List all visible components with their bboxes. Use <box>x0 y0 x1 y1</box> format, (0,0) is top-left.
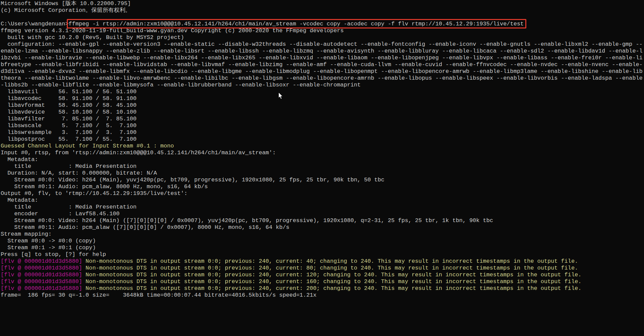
terminal-line: libavformat 58. 45.100 / 58. 45.100 <box>1 102 644 109</box>
terminal-line: built with gcc 10.2.0 (Rev5, Built by MS… <box>1 34 644 41</box>
terminal-text: enable-lzma --enable-libsnappy --enable-… <box>1 48 643 54</box>
terminal-line: C:\Users\wangdenuan>ffmpeg -i rtsp://adm… <box>1 21 644 27</box>
terminal-line: Stream #0:0 -> #0:0 (copy) <box>1 238 644 244</box>
terminal-text: Press [q] to stop, [?] for help <box>1 251 106 258</box>
terminal-text: Stream #0:0: Video: h264 (Main) ([7][0][… <box>1 217 493 224</box>
terminal-text: libavcodec 58. 91.100 / 58. 91.100 <box>1 95 137 102</box>
warning-text: Non-monotonous DTS in output stream 0:0;… <box>82 285 581 292</box>
terminal-line: frame= 186 fps= 30 q=-1.0 size= 3648kB t… <box>1 292 644 299</box>
terminal-line: -libbs2b --enable-libflite --enable-libm… <box>1 82 644 88</box>
terminal-line: Microsoft Windows [版本 10.0.22000.795] <box>1 0 644 7</box>
log-module-tag: [flv @ 000001d01d3d5880] <box>1 265 82 271</box>
terminal-line: configuration: --enable-gpl --enable-ver… <box>1 41 644 48</box>
terminal-text: (c) Microsoft Corporation。保留所有权利。 <box>1 7 131 14</box>
terminal-output: Microsoft Windows [版本 10.0.22000.795](c)… <box>1 0 644 299</box>
terminal-text: theora --enable-libtwolame --enable-libv… <box>1 75 643 81</box>
terminal-line: Metadata: <box>1 156 644 163</box>
terminal-line: libswscale 5. 7.100 / 5. 7.100 <box>1 122 644 129</box>
terminal-text: libswresample 3. 7.100 / 3. 7.100 <box>1 129 137 136</box>
terminal-line: libavutil 56. 51.100 / 56. 51.100 <box>1 88 644 95</box>
terminal-line: Stream #0:0: Video: h264 (Main) ([7][0][… <box>1 217 644 224</box>
terminal-line: d3d11va --enable-dxva2 --enable-libmfx -… <box>1 68 644 75</box>
terminal-line: libavcodec 58. 91.100 / 58. 91.100 <box>1 95 644 102</box>
warning-text: Guessed Channel Layout for Input Stream … <box>1 143 174 149</box>
terminal-text: Stream #0:0: Video: h264 (Main), yuvj420… <box>1 177 385 183</box>
terminal-line: [flv @ 000001d01d3d5880] Non-monotonous … <box>1 278 644 285</box>
terminal-line: [flv @ 000001d01d3d5880] Non-monotonous … <box>1 285 644 292</box>
log-module-tag: [flv @ 000001d01d3d5880] <box>1 285 82 292</box>
terminal-text: Duration: N/A, start: 0.000000, bitrate:… <box>1 170 157 176</box>
terminal-text: encoder : Lavf58.45.100 <box>1 211 120 217</box>
log-module-tag: [flv @ 000001d01d3d5880] <box>1 272 82 278</box>
terminal-text: frame= 186 fps= 30 q=-1.0 size= 3648kB t… <box>1 292 316 298</box>
terminal-text: Stream mapping: <box>1 231 52 237</box>
terminal-line: libavfilter 7. 85.100 / 7. 85.100 <box>1 116 644 122</box>
terminal-text: built with gcc 10.2.0 (Rev5, Built by MS… <box>1 34 184 41</box>
highlighted-command: ffmpeg -i rtsp://admin:zxm10@@@10.45.12.… <box>69 21 524 27</box>
terminal-text: Input #0, rtsp, from 'rtsp://admin:zxm10… <box>1 150 276 156</box>
terminal-line: (c) Microsoft Corporation。保留所有权利。 <box>1 7 644 14</box>
terminal-text: libswscale 5. 7.100 / 5. 7.100 <box>1 122 137 129</box>
terminal-line: libswresample 3. 7.100 / 3. 7.100 <box>1 129 644 136</box>
terminal-text: Output #0, flv, to 'rtmp://10.45.12.29:1… <box>1 190 188 197</box>
terminal-line: [flv @ 000001d01d3d5880] Non-monotonous … <box>1 272 644 278</box>
terminal-line: ibzvbi --enable-librav1e --enable-libweb… <box>1 55 644 61</box>
terminal-line: Stream #0:1 -> #0:1 (copy) <box>1 244 644 251</box>
terminal-text: configuration: --enable-gpl --enable-ver… <box>1 41 643 47</box>
terminal-text: Stream #0:1: Audio: pcm_alaw ([7][0][0][… <box>1 224 289 231</box>
terminal-line: enable-lzma --enable-libsnappy --enable-… <box>1 48 644 55</box>
terminal-text: Metadata: <box>1 156 38 163</box>
warning-text: Non-monotonous DTS in output stream 0:0;… <box>82 278 581 285</box>
terminal-text: Stream #0:1: Audio: pcm_alaw, 8000 Hz, m… <box>1 183 208 190</box>
terminal-text: libavfilter 7. 85.100 / 7. 85.100 <box>1 116 137 122</box>
terminal-text: d3d11va --enable-dxva2 --enable-libmfx -… <box>1 68 643 75</box>
terminal-line: Output #0, flv, to 'rtmp://10.45.12.29:1… <box>1 190 644 197</box>
mouse-cursor-icon <box>278 92 283 100</box>
warning-text: Non-monotonous DTS in output stream 0:0;… <box>82 258 578 264</box>
shell-prompt: C:\Users\wangdenuan> <box>1 21 69 27</box>
terminal-text: Stream #0:0 -> #0:0 (copy) <box>1 238 96 244</box>
terminal-window[interactable]: Microsoft Windows [版本 10.0.22000.795](c)… <box>0 0 644 336</box>
terminal-text: Stream #0:1 -> #0:1 (copy) <box>1 244 96 251</box>
terminal-text: libavformat 58. 45.100 / 58. 45.100 <box>1 102 137 108</box>
terminal-line: Metadata: <box>1 197 644 204</box>
warning-text: Non-monotonous DTS in output stream 0:0;… <box>82 272 581 278</box>
terminal-line: bfreetype --enable-libfribidi --enable-l… <box>1 61 644 68</box>
warning-text: Non-monotonous DTS in output stream 0:0;… <box>82 265 578 271</box>
terminal-text: libavutil 56. 51.100 / 56. 51.100 <box>1 88 137 95</box>
terminal-line: [flv @ 000001d01d3d5880] Non-monotonous … <box>1 265 644 272</box>
terminal-line: Stream #0:0: Video: h264 (Main), yuvj420… <box>1 177 644 183</box>
terminal-line: ffmpeg version 4.3.1-2020-11-19-full_bui… <box>1 27 644 34</box>
log-module-tag: [flv @ 000001d01d3d5880] <box>1 278 82 285</box>
terminal-line: libavdevice 58. 10.100 / 58. 10.100 <box>1 109 644 116</box>
terminal-line: title : Media Presentation <box>1 204 644 211</box>
log-module-tag: [flv @ 000001d01d3d5880] <box>1 258 82 264</box>
terminal-line <box>1 14 644 21</box>
terminal-line: Duration: N/A, start: 0.000000, bitrate:… <box>1 170 644 177</box>
terminal-text: ffmpeg version 4.3.1-2020-11-19-full_bui… <box>1 27 344 34</box>
terminal-line: Stream mapping: <box>1 231 644 238</box>
terminal-text: -libbs2b --enable-libflite --enable-libm… <box>1 82 361 88</box>
terminal-text: libavdevice 58. 10.100 / 58. 10.100 <box>1 109 137 115</box>
terminal-line: Stream #0:1: Audio: pcm_alaw ([7][0][0][… <box>1 224 644 231</box>
terminal-text: ibzvbi --enable-librav1e --enable-libweb… <box>1 55 643 61</box>
terminal-text: bfreetype --enable-libfribidi --enable-l… <box>1 61 643 68</box>
terminal-line: title : Media Presentation <box>1 163 644 170</box>
terminal-text: Microsoft Windows [版本 10.0.22000.795] <box>1 0 131 7</box>
terminal-line: Press [q] to stop, [?] for help <box>1 251 644 258</box>
terminal-text: Metadata: <box>1 197 38 203</box>
terminal-line: Guessed Channel Layout for Input Stream … <box>1 143 644 150</box>
terminal-line: encoder : Lavf58.45.100 <box>1 211 644 217</box>
terminal-line: Input #0, rtsp, from 'rtsp://admin:zxm10… <box>1 150 644 156</box>
terminal-line: theora --enable-libtwolame --enable-libv… <box>1 75 644 82</box>
terminal-line: libpostproc 55. 7.100 / 55. 7.100 <box>1 136 644 143</box>
terminal-text: title : Media Presentation <box>1 204 137 210</box>
terminal-text: title : Media Presentation <box>1 163 137 170</box>
terminal-text: libpostproc 55. 7.100 / 55. 7.100 <box>1 136 137 142</box>
terminal-line: Stream #0:1: Audio: pcm_alaw, 8000 Hz, m… <box>1 183 644 190</box>
terminal-line: [flv @ 000001d01d3d5880] Non-monotonous … <box>1 258 644 265</box>
